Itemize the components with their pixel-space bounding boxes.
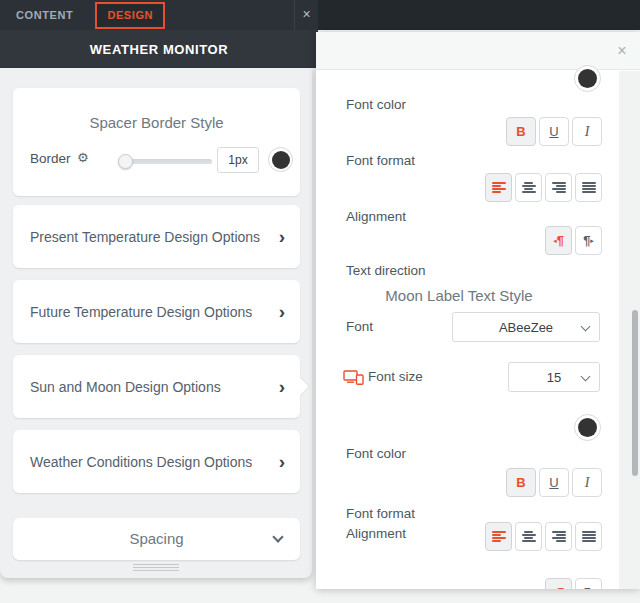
font-size-value: 15 <box>547 370 561 385</box>
font-color-label: Font color <box>346 97 406 112</box>
builder-screen: CONTENT DESIGN × WEATHER MONITOR Spacer … <box>0 0 640 603</box>
chevron-right-icon: › <box>279 450 285 474</box>
close-icon: × <box>302 6 310 22</box>
font-color-label: Font color <box>346 446 406 461</box>
direction-rtl-button[interactable]: ¶▸ <box>575 226 602 255</box>
widget-title-header: WEATHER MONITOR <box>0 30 318 68</box>
nav-present-temperature-options[interactable]: Present Temperature Design Options › <box>13 205 300 268</box>
nav-item-label: Future Temperature Design Options <box>30 304 252 320</box>
spacer-border-style-card: Spacer Border Style Border ⚙ <box>13 88 300 196</box>
text-direction-group: ◂¶ ¶▸ <box>545 226 602 255</box>
font-color-swatch[interactable] <box>574 65 601 92</box>
paragraph-ltr-icon: ◂¶ <box>553 234 564 247</box>
panel-resize-handle[interactable] <box>133 562 179 573</box>
underline-icon: U <box>549 475 558 490</box>
direction-ltr-button[interactable]: ◂¶ <box>545 226 572 255</box>
font-format-group: B U I <box>506 117 602 146</box>
spacing-label: Spacing <box>13 530 300 547</box>
align-right-icon <box>552 531 566 542</box>
color-preview <box>578 69 597 88</box>
scrollbar-thumb[interactable] <box>632 310 638 476</box>
border-color-swatch[interactable] <box>268 147 293 172</box>
widget-title: WEATHER MONITOR <box>90 42 229 57</box>
alignment-group <box>485 522 602 551</box>
italic-button[interactable]: I <box>572 117 602 146</box>
align-justify-button[interactable] <box>575 522 602 551</box>
chevron-right-icon: › <box>279 300 285 324</box>
top-bar: CONTENT DESIGN × <box>0 0 640 30</box>
sun-moon-options-flyout: × Font color Font format B U I Alignment… <box>316 32 640 589</box>
align-left-icon <box>492 182 506 193</box>
panel-tab-bar: CONTENT DESIGN × <box>0 0 318 30</box>
align-justify-button[interactable] <box>575 173 602 202</box>
moon-label-text-style-heading: Moon Label Text Style <box>316 287 602 304</box>
border-width-input[interactable] <box>217 147 259 173</box>
nav-future-temperature-options[interactable]: Future Temperature Design Options › <box>13 280 300 343</box>
tab-design[interactable]: DESIGN <box>95 2 165 29</box>
nav-item-label: Weather Conditions Design Options <box>30 454 252 470</box>
flyout-close-button[interactable]: × <box>611 40 633 62</box>
bold-button[interactable]: B <box>506 468 536 497</box>
bold-icon: B <box>516 475 525 490</box>
font-size-label: Font size <box>368 369 423 384</box>
font-color-swatch[interactable] <box>574 414 601 441</box>
responsive-devices-icon[interactable] <box>343 370 364 385</box>
chevron-right-icon: › <box>279 375 285 399</box>
direction-ltr-button[interactable]: ◂¶ <box>545 578 572 589</box>
underline-button[interactable]: U <box>539 468 569 497</box>
section-heading: Spacer Border Style <box>13 114 300 131</box>
font-label: Font <box>346 319 373 334</box>
align-justify-icon <box>582 531 596 542</box>
panel-close-button[interactable]: × <box>294 0 318 30</box>
align-left-button[interactable] <box>485 173 512 202</box>
font-format-group: B U I <box>506 468 602 497</box>
chevron-down-icon <box>581 322 591 332</box>
alignment-label: Alignment <box>346 209 406 224</box>
tab-content[interactable]: CONTENT <box>0 1 87 29</box>
align-right-button[interactable] <box>545 522 572 551</box>
nav-item-label: Present Temperature Design Options <box>30 229 260 245</box>
align-left-button[interactable] <box>485 522 512 551</box>
align-left-icon <box>492 531 506 542</box>
slider-thumb[interactable] <box>118 154 133 169</box>
alignment-group <box>485 173 602 202</box>
align-center-icon <box>522 531 536 542</box>
paragraph-rtl-icon: ¶▸ <box>583 586 594 589</box>
border-width-slider[interactable] <box>120 159 212 164</box>
italic-icon: I <box>585 475 590 491</box>
font-select[interactable]: ABeeZee <box>452 312 600 342</box>
underline-icon: U <box>549 124 558 139</box>
font-size-select[interactable]: 15 <box>508 362 600 392</box>
design-settings-panel: Spacer Border Style Border ⚙ Present Tem… <box>0 68 312 578</box>
align-right-icon <box>552 182 566 193</box>
align-center-button[interactable] <box>515 173 542 202</box>
font-format-label: Font format <box>346 506 415 521</box>
bold-icon: B <box>516 124 525 139</box>
bold-button[interactable]: B <box>506 117 536 146</box>
align-center-button[interactable] <box>515 522 542 551</box>
border-label: Border <box>30 151 71 166</box>
nav-item-label: Sun and Moon Design Options <box>30 379 221 395</box>
italic-icon: I <box>585 124 590 140</box>
text-direction-label: Text direction <box>346 263 426 278</box>
chevron-down-icon <box>581 372 591 382</box>
nav-sun-and-moon-options[interactable]: Sun and Moon Design Options › <box>13 355 300 418</box>
paragraph-ltr-icon: ◂¶ <box>553 586 564 589</box>
font-select-value: ABeeZee <box>499 320 553 335</box>
align-center-icon <box>522 182 536 193</box>
direction-rtl-button[interactable]: ¶▸ <box>575 578 602 589</box>
close-icon: × <box>617 42 626 59</box>
italic-button[interactable]: I <box>572 468 602 497</box>
color-preview <box>272 151 290 169</box>
gear-icon[interactable]: ⚙ <box>77 150 89 165</box>
chevron-right-icon: › <box>279 225 285 249</box>
alignment-label: Alignment <box>346 526 406 541</box>
underline-button[interactable]: U <box>539 117 569 146</box>
paragraph-rtl-icon: ¶▸ <box>583 234 594 247</box>
spacing-accordion[interactable]: Spacing <box>13 518 300 560</box>
color-preview <box>578 418 597 437</box>
text-direction-group: ◂¶ ¶▸ <box>545 578 602 589</box>
font-format-label: Font format <box>346 153 415 168</box>
nav-weather-conditions-options[interactable]: Weather Conditions Design Options › <box>13 430 300 493</box>
align-right-button[interactable] <box>545 173 572 202</box>
